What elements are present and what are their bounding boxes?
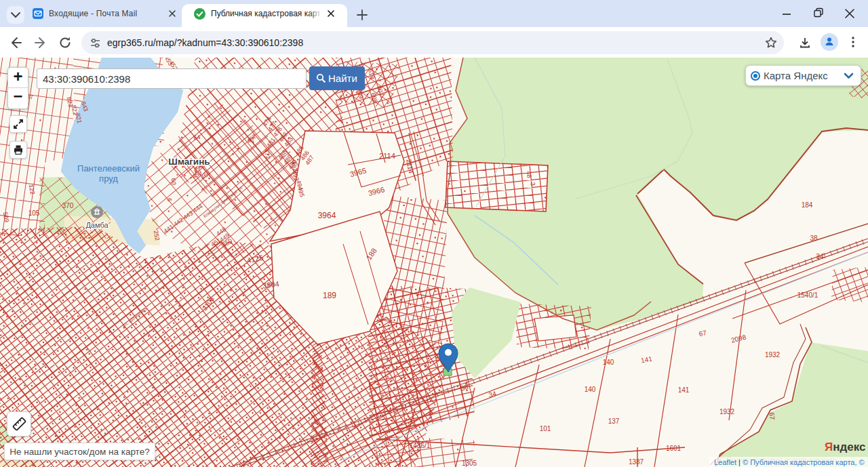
svg-text:1932: 1932 <box>765 351 781 359</box>
svg-text:3964: 3964 <box>318 211 336 220</box>
svg-text:34: 34 <box>816 253 824 260</box>
svg-text:2114: 2114 <box>379 152 395 160</box>
svg-text:137: 137 <box>608 418 620 425</box>
svg-text:67: 67 <box>768 412 776 420</box>
svg-text:48: 48 <box>525 171 533 179</box>
svg-text:Пантелеевский: Пантелеевский <box>77 163 140 174</box>
svg-text:1932: 1932 <box>719 408 735 415</box>
svg-text:184: 184 <box>802 201 813 209</box>
svg-text:189: 189 <box>323 291 336 300</box>
svg-text:64: 64 <box>193 134 201 142</box>
svg-text:6: 6 <box>166 198 173 202</box>
svg-text:1436/1: 1436/1 <box>410 442 431 449</box>
svg-text:38: 38 <box>810 235 818 242</box>
svg-text:Дамба: Дамба <box>85 221 108 229</box>
svg-text:105: 105 <box>28 209 40 217</box>
svg-text:1540/1: 1540/1 <box>797 291 818 299</box>
svg-text:140: 140 <box>585 386 596 393</box>
svg-text:пруд: пруд <box>99 174 118 184</box>
svg-text:141: 141 <box>678 386 690 394</box>
svg-text:Шмагинь: Шмагинь <box>168 157 210 167</box>
svg-text:Яндекс: Яндекс <box>825 441 865 453</box>
svg-text:1305: 1305 <box>462 460 477 467</box>
svg-text:60: 60 <box>170 178 178 185</box>
svg-text:1387: 1387 <box>629 458 644 466</box>
svg-text:1: 1 <box>428 412 432 420</box>
svg-text:140: 140 <box>603 359 614 366</box>
svg-text:101: 101 <box>540 425 551 432</box>
svg-text:370: 370 <box>62 202 74 209</box>
svg-text:1601: 1601 <box>666 445 682 452</box>
